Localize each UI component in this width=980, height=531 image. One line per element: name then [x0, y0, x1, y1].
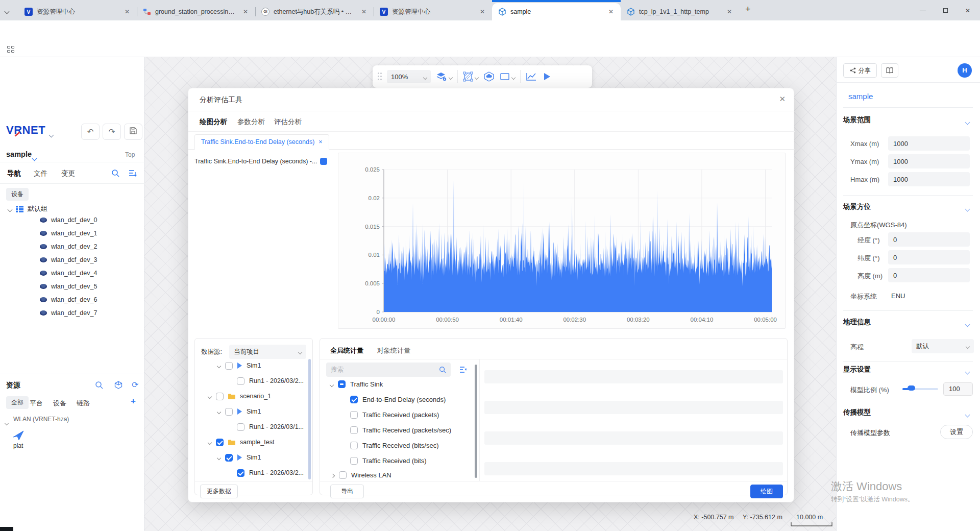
tab-close-icon[interactable]: ✕: [241, 7, 250, 16]
delay-chart[interactable]: 00.0050.010.0150.020.02500:00:0000:00:50…: [338, 153, 785, 328]
chart-legend[interactable]: Traffic Sink.End-to-End Delay (seconds) …: [194, 158, 327, 165]
region-tool-button[interactable]: [483, 71, 495, 82]
stats-tree-row[interactable]: Traffic Sink: [330, 377, 383, 391]
window-close-button[interactable]: ✕: [958, 4, 978, 17]
layers-tool-button[interactable]: [436, 71, 452, 82]
scene-title[interactable]: sample: [848, 92, 873, 101]
datasource-row[interactable]: Run1 - 2026/03/1...: [237, 420, 304, 433]
datasource-row[interactable]: Sim1: [217, 405, 261, 418]
checkbox-unchecked[interactable]: [225, 408, 233, 416]
expand-chevron-right-icon[interactable]: [331, 471, 334, 479]
stats-tree-row[interactable]: Traffic Received (bits): [350, 454, 427, 467]
ymax-field[interactable]: [888, 154, 970, 168]
browser-tab-active-sample[interactable]: sample ✕: [492, 3, 621, 20]
xmax-field[interactable]: [888, 136, 970, 151]
user-avatar[interactable]: H: [958, 63, 972, 78]
resource-add-icon[interactable]: +: [131, 396, 136, 406]
resource-group-label[interactable]: WLAN (VRNET-hza): [13, 416, 69, 423]
datasource-row[interactable]: Sim1: [217, 359, 261, 372]
checkbox-unchecked[interactable]: [225, 362, 233, 370]
apps-grid-icon[interactable]: [7, 46, 15, 53]
tab-close-icon[interactable]: ✕: [478, 7, 487, 16]
run-simulation-button[interactable]: [542, 72, 551, 81]
checkbox-checked[interactable]: [225, 454, 233, 462]
lon-field[interactable]: [888, 232, 970, 247]
expand-chevron-icon[interactable]: [330, 380, 333, 388]
plat-label[interactable]: plat: [13, 442, 23, 449]
elevation-select[interactable]: 默认: [912, 339, 974, 353]
plot-button[interactable]: 绘图: [750, 485, 783, 498]
plat-plane-icon[interactable]: [12, 430, 24, 441]
selection-tool-button[interactable]: [463, 71, 478, 82]
tab-changes[interactable]: 变更: [61, 169, 75, 178]
resource-tab-device[interactable]: 设备: [53, 399, 66, 408]
stats-scrollbar[interactable]: [475, 365, 477, 478]
stats-search-input[interactable]: 搜索: [326, 363, 451, 377]
tab-files[interactable]: 文件: [34, 169, 47, 178]
device-section-chip[interactable]: 设备: [6, 188, 29, 201]
expand-chevron-icon[interactable]: [217, 454, 220, 461]
datasource-row[interactable]: Sim1: [217, 451, 261, 464]
expand-chevron-icon[interactable]: [217, 408, 220, 415]
zoom-select[interactable]: 100%: [387, 70, 431, 83]
datasource-row[interactable]: Run1 - 2026/03/2...: [237, 374, 304, 388]
browser-tab-5[interactable]: tcp_ip_1v1_1_http_temp ✕: [621, 3, 739, 20]
device-row[interactable]: wlan_dcf_dev_0: [40, 216, 97, 224]
checkbox-indeterminate[interactable]: [338, 380, 346, 388]
device-row[interactable]: wlan_dcf_dev_2: [40, 243, 97, 250]
tab-navigation[interactable]: 导航: [7, 169, 21, 178]
dialog-close-icon[interactable]: ✕: [779, 94, 786, 104]
chip-close-icon[interactable]: ×: [318, 138, 322, 146]
chart-tab-chip[interactable]: Traffic Sink.End-to-End Delay (seconds) …: [194, 134, 329, 150]
analysis-chart-button[interactable]: [526, 72, 537, 81]
collapse-all-icon[interactable]: [459, 366, 468, 374]
stats-tree-row[interactable]: Traffic Received (bits/sec): [350, 439, 439, 452]
expand-chevron-icon[interactable]: [217, 362, 220, 369]
undo-button[interactable]: ↶: [81, 124, 100, 140]
section-collapse-icon[interactable]: [966, 409, 969, 419]
model-scale-slider-handle[interactable]: [908, 385, 915, 391]
checkbox-unchecked[interactable]: [339, 471, 347, 479]
stats-tree-row[interactable]: Traffic Received (packets/sec): [350, 423, 451, 437]
checkbox-checked[interactable]: [350, 396, 358, 403]
stats-tree-row[interactable]: End-to-End Delay (seconds): [350, 393, 446, 406]
checkbox-checked[interactable]: [237, 469, 244, 477]
redo-button[interactable]: ↷: [103, 124, 121, 140]
window-minimize-button[interactable]: —: [913, 4, 933, 17]
section-collapse-icon[interactable]: [966, 319, 969, 328]
resource-tab-platform[interactable]: 平台: [30, 399, 43, 408]
tab-evaluation-analysis[interactable]: 评估分析: [274, 117, 302, 127]
section-collapse-icon[interactable]: [966, 367, 969, 376]
tab-close-icon[interactable]: ✕: [122, 7, 132, 16]
tab-close-icon[interactable]: ✕: [725, 7, 734, 16]
checkbox-unchecked[interactable]: [350, 442, 358, 449]
sort-list-icon[interactable]: [129, 169, 137, 177]
logo-chevron-icon[interactable]: [50, 130, 53, 139]
tab-global-stats[interactable]: 全局统计量: [330, 346, 363, 355]
section-collapse-icon[interactable]: [966, 117, 969, 126]
browser-tab-1[interactable]: ground_station_processing.p ✕: [137, 3, 255, 20]
lat-field[interactable]: [888, 250, 970, 264]
model-scale-value[interactable]: 100: [943, 382, 973, 396]
resource-search-icon[interactable]: [95, 381, 103, 389]
alt-field[interactable]: [888, 268, 970, 282]
resource-tab-link[interactable]: 链路: [77, 399, 90, 408]
checkbox-unchecked[interactable]: [237, 423, 244, 431]
expand-chevron-icon[interactable]: [8, 205, 12, 213]
checkbox-unchecked[interactable]: [237, 377, 244, 385]
datasource-select[interactable]: 当前项目: [229, 345, 306, 359]
stats-tree-row[interactable]: Traffic Received (packets): [350, 408, 439, 421]
device-row[interactable]: wlan_dcf_dev_1: [40, 230, 97, 237]
checkbox-unchecked[interactable]: [216, 393, 224, 400]
rectangle-tool-button[interactable]: [500, 72, 515, 81]
propagation-settings-button[interactable]: 设置: [940, 425, 973, 439]
tab-close-icon[interactable]: ✕: [606, 7, 616, 16]
expand-chevron-icon[interactable]: [208, 439, 211, 446]
tab-plot-analysis[interactable]: 绘图分析: [200, 117, 227, 127]
window-restore-button[interactable]: [935, 4, 955, 17]
project-name[interactable]: sample: [6, 150, 32, 158]
browser-tab-0[interactable]: V 资源管理中心 ✕: [18, 3, 137, 20]
datasource-scrollbar[interactable]: [308, 359, 311, 479]
resource-cube-icon[interactable]: [114, 381, 122, 389]
project-chevron-icon[interactable]: [33, 153, 36, 162]
